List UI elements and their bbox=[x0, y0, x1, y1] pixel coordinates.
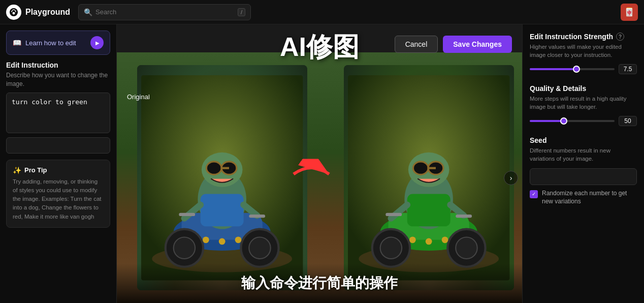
frog-green-scene bbox=[344, 65, 514, 291]
strength-slider-fill bbox=[530, 68, 576, 70]
save-changes-button[interactable]: Save Changes bbox=[443, 36, 512, 53]
star-icon: ✨ bbox=[13, 166, 21, 174]
svg-point-22 bbox=[235, 236, 242, 243]
instruction-textarea[interactable]: turn color to green bbox=[6, 93, 110, 133]
topnav: Playground 🔍 / 🀄 bbox=[0, 0, 644, 24]
svg-point-42 bbox=[409, 236, 416, 243]
svg-rect-18 bbox=[179, 213, 196, 216]
svg-point-31 bbox=[456, 237, 477, 258]
randomize-row: ✓ Randomize each number to get new varia… bbox=[530, 189, 637, 206]
quality-slider-track[interactable] bbox=[530, 120, 615, 122]
left-sidebar: 📖 Learn how to edit ▶ Edit Instruction D… bbox=[0, 24, 117, 303]
svg-rect-11 bbox=[201, 194, 244, 226]
svg-point-9 bbox=[249, 237, 271, 258]
randomize-checkbox[interactable]: ✓ bbox=[530, 190, 538, 198]
svg-rect-40 bbox=[386, 213, 402, 216]
strength-value: 7.5 bbox=[619, 64, 637, 74]
seed-title: Seed bbox=[530, 136, 637, 144]
learn-how-to-edit-button[interactable]: 📖 Learn how to edit ▶ bbox=[6, 31, 110, 55]
extra-input[interactable] bbox=[6, 137, 110, 154]
seed-section: Seed Different numbers result in new var… bbox=[530, 136, 637, 206]
pro-tip-box: ✨ Pro Tip Try adding, removing, or think… bbox=[6, 160, 110, 228]
quality-slider-container: 50 bbox=[530, 116, 637, 126]
svg-rect-33 bbox=[407, 194, 450, 226]
learn-btn-left: 📖 Learn how to edit bbox=[13, 39, 76, 47]
nav-right: 🀄 bbox=[621, 4, 638, 21]
seed-input[interactable] bbox=[530, 168, 637, 185]
logo-icon bbox=[6, 5, 21, 20]
center-title: AI修图 bbox=[280, 29, 359, 65]
arrow-overlay bbox=[291, 159, 332, 197]
learn-btn-label: Learn how to edit bbox=[25, 39, 76, 47]
search-icon: 🔍 bbox=[84, 8, 92, 16]
frog-blue-scene bbox=[137, 65, 307, 291]
strength-slider-container: 7.5 bbox=[530, 64, 637, 74]
book-icon: 📖 bbox=[13, 39, 21, 47]
avatar-button[interactable]: 🀄 bbox=[621, 4, 638, 21]
search-shortcut: / bbox=[238, 8, 245, 16]
svg-point-1 bbox=[13, 12, 15, 14]
strength-info-icon[interactable]: ? bbox=[616, 33, 624, 41]
svg-point-21 bbox=[219, 238, 226, 245]
svg-rect-41 bbox=[456, 215, 472, 218]
learn-play-icon: ▶ bbox=[90, 36, 104, 49]
quality-value: 50 bbox=[619, 116, 637, 126]
search-input[interactable] bbox=[95, 8, 235, 16]
quality-section: Quality & Details More steps will result… bbox=[530, 84, 637, 126]
edit-instruction-title: Edit Instruction bbox=[6, 61, 110, 69]
strength-title: Edit Instruction Strength ? bbox=[530, 33, 637, 41]
pro-tip-text: Try adding, removing, or thinking of sty… bbox=[13, 177, 104, 221]
main-layout: 📖 Learn how to edit ▶ Edit Instruction D… bbox=[0, 24, 644, 303]
svg-rect-37 bbox=[428, 167, 436, 169]
randomize-label: Randomize each number to get new variati… bbox=[542, 189, 637, 206]
center-panel: AI修图 Cancel Save Changes Original bbox=[117, 24, 522, 303]
strength-desc: Higher values will make your edited imag… bbox=[530, 43, 637, 59]
quality-slider-fill bbox=[530, 120, 564, 122]
search-bar[interactable]: 🔍 / bbox=[78, 4, 251, 20]
svg-point-43 bbox=[426, 238, 432, 245]
cancel-button[interactable]: Cancel bbox=[395, 36, 438, 53]
bottom-chinese-text: 输入命令进行简单的操作 bbox=[241, 275, 398, 291]
svg-point-29 bbox=[380, 237, 402, 258]
pro-tip-title: ✨ Pro Tip bbox=[13, 166, 104, 174]
btn-group: Cancel Save Changes bbox=[395, 36, 512, 53]
original-label: Original bbox=[127, 93, 150, 101]
chevron-right-button[interactable]: › bbox=[504, 171, 518, 185]
logo-text: Playground bbox=[25, 8, 70, 17]
svg-point-13 bbox=[207, 162, 222, 174]
bike-right-image bbox=[344, 65, 514, 291]
svg-rect-15 bbox=[221, 167, 229, 169]
quality-desc: More steps will result in a high quality… bbox=[530, 95, 637, 111]
bikes-wrapper: Original bbox=[117, 52, 522, 303]
bike-left-image bbox=[137, 65, 307, 291]
edit-instruction-section: Edit Instruction Describe how you want t… bbox=[6, 61, 110, 154]
image-container: Original bbox=[117, 52, 522, 303]
strength-section: Edit Instruction Strength ? Higher value… bbox=[530, 33, 637, 74]
svg-point-20 bbox=[203, 236, 209, 243]
seed-desc: Different numbers result in new variatio… bbox=[530, 146, 637, 163]
svg-point-7 bbox=[174, 237, 195, 258]
strength-slider-track[interactable] bbox=[530, 68, 615, 70]
edit-instruction-desc: Describe how you want to change the imag… bbox=[6, 71, 110, 88]
svg-point-44 bbox=[442, 236, 448, 243]
logo-area: Playground bbox=[6, 5, 70, 20]
svg-point-35 bbox=[413, 162, 429, 174]
right-sidebar: Edit Instruction Strength ? Higher value… bbox=[522, 24, 644, 303]
strength-slider-thumb[interactable] bbox=[573, 66, 580, 73]
quality-slider-thumb[interactable] bbox=[560, 117, 567, 125]
bottom-overlay: 输入命令进行简单的操作 bbox=[117, 263, 522, 303]
svg-rect-19 bbox=[249, 215, 266, 218]
quality-title: Quality & Details bbox=[530, 84, 637, 93]
